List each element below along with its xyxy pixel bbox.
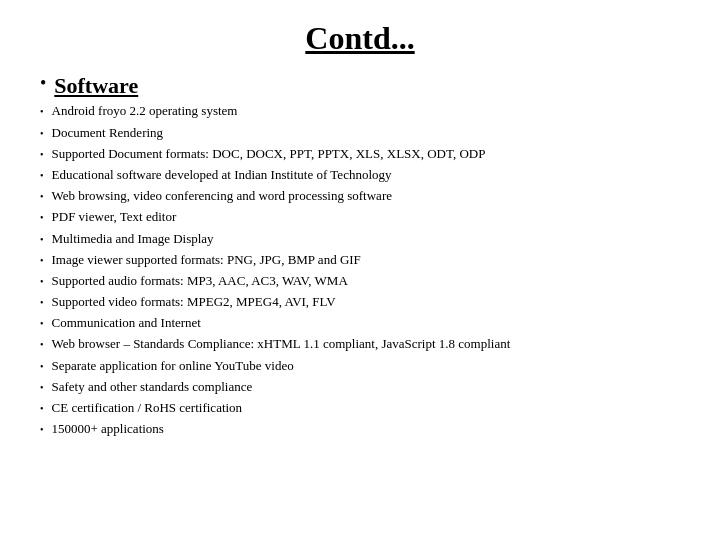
bullet-icon: •	[40, 402, 44, 416]
bullet-icon: •	[40, 74, 46, 94]
bullet-icon: •	[40, 381, 44, 395]
list-item: •Document Rendering	[40, 124, 680, 142]
list-item-text: Software	[54, 73, 680, 99]
list-item-text: CE certification / RoHS certification	[52, 399, 680, 417]
list-item-text: 150000+ applications	[52, 420, 680, 438]
list-item: •Multimedia and Image Display	[40, 230, 680, 248]
bullet-icon: •	[40, 254, 44, 268]
bullet-icon: •	[40, 169, 44, 183]
content-list: •Software•Android froyo 2.2 operating sy…	[40, 73, 680, 438]
list-item-text: Android froyo 2.2 operating system	[52, 102, 680, 120]
list-item: •150000+ applications	[40, 420, 680, 438]
list-item-text: Communication and Internet	[52, 314, 680, 332]
bullet-icon: •	[40, 275, 44, 289]
list-item-text: Supported video formats: MPEG2, MPEG4, A…	[52, 293, 680, 311]
page-title: Contd...	[40, 20, 680, 57]
list-item-text: Educational software developed at Indian…	[52, 166, 680, 184]
list-item-text: Supported Document formats: DOC, DOCX, P…	[52, 145, 680, 163]
list-item: •Educational software developed at India…	[40, 166, 680, 184]
list-item-text: Safety and other standards compliance	[52, 378, 680, 396]
list-item-text: Web browser – Standards Compliance: xHTM…	[52, 335, 680, 353]
list-item: •Software	[40, 73, 680, 99]
list-item: •CE certification / RoHS certification	[40, 399, 680, 417]
bullet-icon: •	[40, 190, 44, 204]
list-item: •Safety and other standards compliance	[40, 378, 680, 396]
list-item-text: Web browsing, video conferencing and wor…	[52, 187, 680, 205]
list-item-text: Document Rendering	[52, 124, 680, 142]
list-item-text: Image viewer supported formats: PNG, JPG…	[52, 251, 680, 269]
bullet-icon: •	[40, 211, 44, 225]
list-item-text: PDF viewer, Text editor	[52, 208, 680, 226]
bullet-icon: •	[40, 338, 44, 352]
bullet-icon: •	[40, 127, 44, 141]
list-item-text: Supported audio formats: MP3, AAC, AC3, …	[52, 272, 680, 290]
list-item: •Communication and Internet	[40, 314, 680, 332]
list-item: •Web browsing, video conferencing and wo…	[40, 187, 680, 205]
list-item: •Supported Document formats: DOC, DOCX, …	[40, 145, 680, 163]
bullet-icon: •	[40, 423, 44, 437]
list-item: •Separate application for online YouTube…	[40, 357, 680, 375]
bullet-icon: •	[40, 105, 44, 119]
list-item-text: Multimedia and Image Display	[52, 230, 680, 248]
bullet-icon: •	[40, 148, 44, 162]
list-item-text: Separate application for online YouTube …	[52, 357, 680, 375]
list-item: •Image viewer supported formats: PNG, JP…	[40, 251, 680, 269]
bullet-icon: •	[40, 317, 44, 331]
list-item: •Supported audio formats: MP3, AAC, AC3,…	[40, 272, 680, 290]
bullet-icon: •	[40, 296, 44, 310]
page: Contd... •Software•Android froyo 2.2 ope…	[0, 0, 720, 540]
list-item: •Web browser – Standards Compliance: xHT…	[40, 335, 680, 353]
list-item: •Android froyo 2.2 operating system	[40, 102, 680, 120]
bullet-icon: •	[40, 360, 44, 374]
list-item: •PDF viewer, Text editor	[40, 208, 680, 226]
list-item: •Supported video formats: MPEG2, MPEG4, …	[40, 293, 680, 311]
bullet-icon: •	[40, 233, 44, 247]
